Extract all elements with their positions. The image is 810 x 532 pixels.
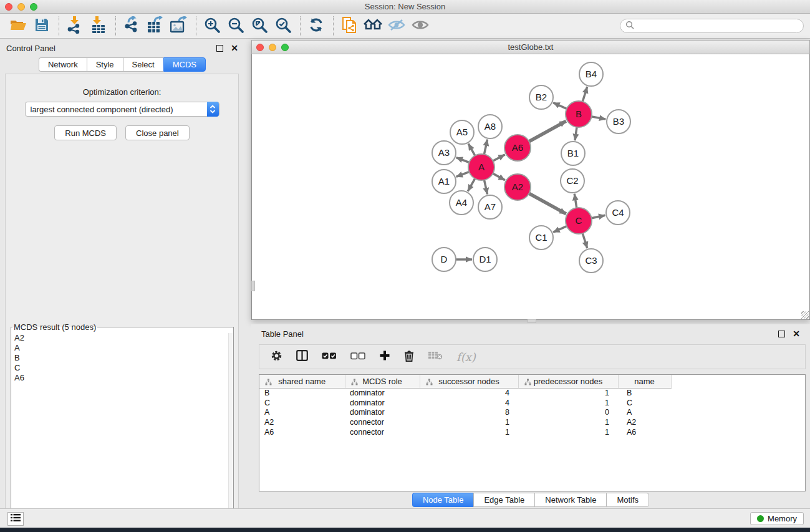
add-column-button[interactable]	[379, 350, 390, 364]
search-field[interactable]	[620, 19, 804, 33]
result-item[interactable]: A2	[12, 333, 229, 343]
export-table-button[interactable]	[146, 17, 165, 36]
hide-selected-button[interactable]	[387, 17, 406, 36]
float-table-panel-button[interactable]	[778, 331, 785, 337]
zoom-out-button[interactable]	[226, 17, 245, 36]
vertical-scroll-thumb[interactable]	[251, 281, 255, 291]
tab-network-table[interactable]: Network Table	[534, 493, 606, 507]
table-cell[interactable]: 1	[518, 417, 618, 427]
tab-edge-table[interactable]: Edge Table	[473, 493, 534, 507]
close-table-panel-icon[interactable]: ✕	[793, 329, 800, 338]
network-graph[interactable]: B4B2BB3A8A5A6A3B1AA1C2A2A4A7C4CC1DD1C3	[252, 54, 809, 319]
resize-handle[interactable]	[801, 311, 809, 319]
horizontal-scroll-thumb[interactable]	[528, 319, 536, 323]
import-network-button[interactable]	[65, 17, 84, 36]
new-network-from-selection-button[interactable]	[340, 17, 359, 36]
close-panel-button[interactable]: Close panel	[125, 125, 190, 140]
table-cell[interactable]: 1	[420, 417, 518, 427]
col-predecessor-nodes[interactable]: predecessor nodes	[518, 375, 618, 388]
table-cell[interactable]: dominator	[345, 398, 420, 408]
table-settings-button[interactable]	[271, 350, 282, 364]
col-successor-nodes[interactable]: successor nodes	[420, 375, 518, 388]
deselect-all-button[interactable]	[350, 351, 365, 362]
table-cell[interactable]: A6	[259, 427, 345, 437]
table-row[interactable]: A2connector11A2	[259, 417, 806, 427]
table-cell[interactable]: C	[259, 398, 345, 408]
search-input[interactable]	[637, 21, 793, 31]
graph-node[interactable]: B	[566, 101, 592, 127]
graph-node[interactable]: A2	[504, 174, 531, 200]
table-cell[interactable]: dominator	[345, 407, 420, 417]
graph-node[interactable]: C2	[561, 169, 584, 193]
graph-node[interactable]: C3	[579, 249, 603, 273]
graph-node[interactable]: B3	[607, 110, 630, 133]
graph-node[interactable]: A4	[450, 191, 473, 215]
tab-select[interactable]: Select	[123, 57, 163, 72]
optimization-criterion-select[interactable]: largest connected component (directed)	[25, 102, 219, 117]
table-cell[interactable]: 1	[420, 427, 518, 437]
tab-style[interactable]: Style	[87, 57, 123, 72]
delete-column-button[interactable]	[404, 350, 414, 364]
table-cell[interactable]: B	[259, 388, 345, 398]
graph-node[interactable]: C	[566, 208, 592, 234]
result-item[interactable]: A	[12, 343, 229, 353]
graph-node[interactable]: A	[468, 154, 494, 180]
graph-node[interactable]: A7	[478, 195, 502, 219]
graph-node[interactable]: B4	[579, 62, 603, 86]
graph-node[interactable]: C4	[606, 201, 630, 225]
table-cell[interactable]: A6	[618, 427, 671, 437]
apply-layout-button[interactable]	[307, 17, 325, 36]
table-cell[interactable]: connector	[345, 417, 420, 427]
first-neighbors-button[interactable]	[364, 17, 382, 36]
table-row[interactable]: Adominator80A	[259, 407, 806, 417]
show-all-button[interactable]	[411, 17, 430, 36]
float-panel-button[interactable]	[216, 45, 223, 52]
table-cell[interactable]: A2	[618, 417, 671, 427]
result-item[interactable]: B	[12, 353, 229, 363]
export-network-button[interactable]	[122, 17, 141, 36]
graph-node[interactable]: B1	[561, 142, 585, 165]
table-cell[interactable]: 0	[518, 407, 618, 417]
network-canvas[interactable]: B4B2BB3A8A5A6A3B1AA1C2A2A4A7C4CC1DD1C3	[251, 54, 810, 320]
tab-network[interactable]: Network	[39, 57, 87, 72]
col-name[interactable]: name	[618, 375, 671, 388]
table-row[interactable]: A6connector11A6	[259, 427, 806, 437]
import-table-button[interactable]	[89, 17, 108, 36]
table-cell[interactable]: B	[618, 388, 671, 398]
table-row[interactable]: Cdominator41C	[259, 398, 806, 408]
result-scrollbar[interactable]	[228, 333, 233, 530]
graph-node[interactable]: D1	[473, 248, 497, 271]
graph-node[interactable]: A8	[478, 115, 502, 138]
graph-node[interactable]: B2	[529, 85, 553, 109]
graph-node[interactable]: D	[432, 248, 456, 271]
graph-node[interactable]: A1	[432, 170, 456, 193]
open-file-button[interactable]	[9, 17, 27, 36]
result-item[interactable]: A6	[12, 373, 229, 383]
zoom-in-button[interactable]	[203, 17, 221, 36]
table-cell[interactable]: 4	[420, 388, 518, 398]
table-cell[interactable]: dominator	[345, 388, 420, 398]
table-cell[interactable]: A	[618, 407, 671, 417]
show-task-history-button[interactable]	[7, 512, 24, 526]
select-all-button[interactable]	[322, 351, 337, 362]
zoom-fit-button[interactable]	[250, 17, 269, 36]
export-image-button[interactable]	[170, 17, 188, 36]
table-cell[interactable]: C	[618, 398, 671, 408]
run-mcds-button[interactable]: Run MCDS	[54, 125, 117, 140]
table-cell[interactable]: 8	[420, 407, 518, 417]
table-cell[interactable]: 1	[518, 388, 618, 398]
table-cell[interactable]: 4	[420, 398, 518, 408]
result-item[interactable]: C	[12, 363, 229, 373]
save-session-button[interactable]	[32, 17, 51, 36]
table-cell[interactable]: 1	[518, 427, 618, 437]
memory-button[interactable]: Memory	[750, 512, 804, 525]
col-shared-name[interactable]: shared name	[259, 375, 345, 388]
graph-node[interactable]: A5	[450, 120, 474, 144]
graph-node[interactable]: A6	[504, 135, 531, 161]
table-cell[interactable]: A2	[259, 417, 345, 427]
col-mcds-role[interactable]: MCDS role	[345, 375, 420, 388]
table-cell[interactable]: connector	[345, 427, 420, 437]
show-column-button[interactable]	[296, 350, 308, 364]
tab-motifs[interactable]: Motifs	[606, 493, 649, 507]
table-cell[interactable]: 1	[518, 398, 618, 408]
